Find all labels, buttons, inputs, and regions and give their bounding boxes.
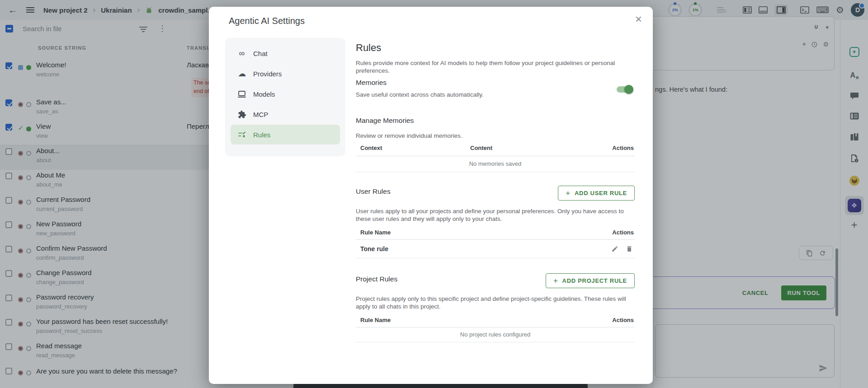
nav-item-providers[interactable]: ☁ Providers [231, 64, 340, 84]
delete-trash-icon[interactable] [626, 245, 633, 252]
edit-pencil-icon[interactable] [611, 245, 618, 252]
column-rule-name: Rule Name [360, 229, 391, 236]
add-user-rule-button[interactable]: + ADD USER RULE [558, 186, 635, 201]
divider [356, 239, 635, 240]
user-rules-table-header: Rule Name Actions [356, 229, 635, 237]
cloud-icon: ☁ [237, 69, 247, 79]
infinity-icon: ∞ [237, 49, 247, 58]
page-title: Rules [356, 42, 381, 54]
divider [356, 258, 635, 258]
divider [356, 156, 635, 156]
divider [356, 172, 635, 172]
project-rules-heading: Project Rules [356, 275, 397, 283]
column-actions: Actions [612, 317, 634, 323]
column-actions: Actions [612, 229, 634, 236]
modal-title: Agentic AI Settings [229, 16, 305, 26]
user-rules-heading: User Rules [356, 187, 391, 196]
puzzle-icon [237, 110, 247, 119]
divider [356, 342, 635, 342]
column-context: Context [360, 145, 382, 151]
project-rules-description: Project rules apply only to this specifi… [356, 295, 635, 310]
nav-item-mcp[interactable]: MCP [231, 104, 340, 124]
close-icon[interactable]: × [635, 13, 642, 25]
settings-nav: ∞ Chat ☁ Providers Models MCP [225, 38, 345, 156]
manage-memories-heading: Manage Memories [356, 117, 414, 125]
project-rules-empty-state: No project rules configured [356, 331, 635, 338]
rules-checklist-icon [237, 131, 247, 139]
rule-name: Tone rule [360, 245, 388, 252]
agentic-ai-settings-modal: Agentic AI Settings × ∞ Chat ☁ Providers… [209, 7, 653, 384]
column-rule-name: Rule Name [360, 317, 391, 323]
nav-label: Chat [253, 50, 268, 57]
nav-item-chat[interactable]: ∞ Chat [231, 43, 340, 63]
column-actions: Actions [612, 145, 634, 151]
memories-empty-state: No memories saved [356, 160, 635, 167]
page-description: Rules provide more context for AI models… [356, 59, 635, 75]
nav-label: Rules [253, 131, 270, 139]
column-content: Content [470, 145, 492, 151]
laptop-icon [237, 90, 247, 98]
rules-settings-content: Rules Rules provide more context for AI … [356, 7, 635, 384]
manage-memories-description: Review or remove individual memories. [356, 132, 462, 140]
button-label: ADD PROJECT RULE [562, 277, 627, 284]
memories-description: Save useful context across chats automat… [356, 91, 484, 98]
nav-item-rules[interactable]: Rules [231, 125, 340, 145]
nav-label: MCP [253, 111, 268, 118]
user-rules-description: User rules apply to all your projects an… [356, 207, 635, 223]
plus-icon: + [566, 189, 571, 198]
crowdin-editor-screen: ← New project 2 › Ukrainian › crowdin_sa… [0, 0, 868, 388]
user-rule-row: Tone rule [356, 242, 635, 258]
nav-label: Providers [253, 70, 282, 78]
toggle-knob [624, 85, 633, 94]
button-label: ADD USER RULE [575, 190, 627, 196]
rule-actions [611, 245, 633, 252]
memories-toggle[interactable] [617, 86, 632, 93]
add-project-rule-button[interactable]: + ADD PROJECT RULE [546, 273, 635, 288]
nav-label: Models [253, 90, 275, 98]
plus-icon: + [553, 276, 558, 285]
divider [356, 327, 635, 327]
nav-item-models[interactable]: Models [231, 84, 340, 104]
project-rules-table-header: Rule Name Actions [356, 317, 635, 325]
memories-table-header: Context Content Actions [356, 145, 635, 153]
memories-heading: Memories [356, 79, 387, 87]
